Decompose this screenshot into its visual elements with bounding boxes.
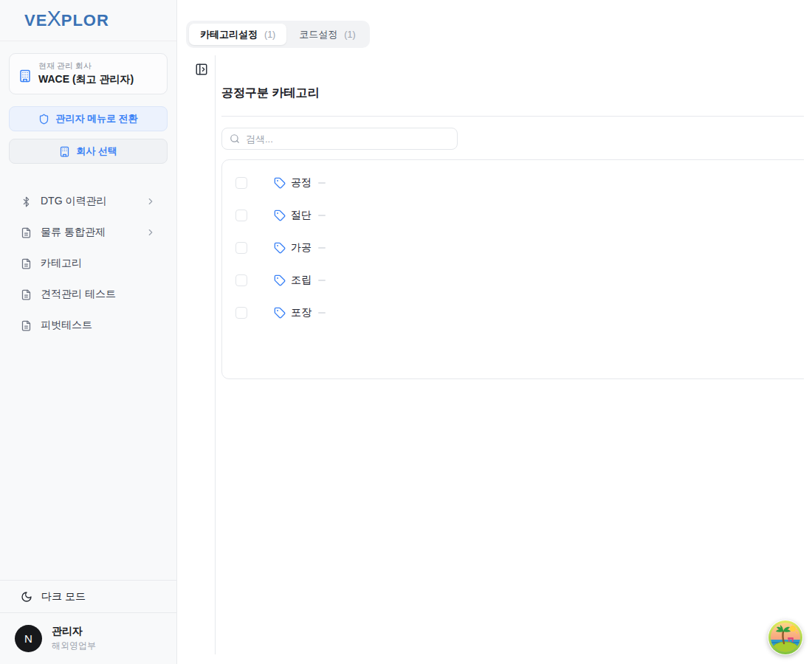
sidebar-item-label: DTG 이력관리 <box>41 195 106 208</box>
category-list-card: 공정 절단 가공 <box>221 159 804 379</box>
dash-indicator <box>318 215 326 216</box>
building-icon <box>59 146 70 157</box>
sidebar-item-category[interactable]: 카테고리 <box>0 248 176 279</box>
sidebar-item-quote-test[interactable]: 견적관리 테스트 <box>0 279 176 310</box>
checkbox[interactable] <box>235 177 247 189</box>
category-label: 가공 <box>291 241 312 255</box>
user-department: 해외영업부 <box>52 640 96 652</box>
dash-indicator <box>318 182 326 184</box>
shield-icon <box>38 114 49 125</box>
category-label: 조립 <box>291 274 312 287</box>
tag-icon <box>274 307 286 319</box>
file-icon <box>21 227 32 238</box>
moon-icon <box>21 591 32 603</box>
chevron-right-icon <box>145 227 156 238</box>
tab-count: (1) <box>264 30 275 40</box>
tab-category-settings[interactable]: 카테고리설정 (1) <box>189 24 286 45</box>
checkbox[interactable] <box>235 274 247 286</box>
dash-indicator <box>318 247 326 249</box>
vertical-divider <box>215 55 216 654</box>
vexplor-logo: VEXPLOR <box>24 8 109 32</box>
switch-admin-menu-button[interactable]: 관리자 메뉴로 전환 <box>9 106 168 131</box>
current-company-label: 현재 관리 회사 <box>38 60 134 72</box>
search-box <box>221 128 458 150</box>
sidebar-item-label: 견적관리 테스트 <box>41 288 116 301</box>
switch-admin-menu-label: 관리자 메뉴로 전환 <box>55 112 137 125</box>
company-select-label: 회사 선택 <box>76 145 117 158</box>
file-icon <box>21 320 32 331</box>
file-icon <box>21 289 32 300</box>
current-company-card: 현재 관리 회사 WACE (최고 관리자) <box>9 53 168 94</box>
logo-text: X <box>47 7 61 31</box>
logo-text: PLOR <box>61 11 109 30</box>
checkbox[interactable] <box>235 307 247 319</box>
tab-code-settings[interactable]: 코드설정 (1) <box>288 24 366 45</box>
company-select-button[interactable]: 회사 선택 <box>9 139 168 164</box>
tag-icon <box>274 274 286 286</box>
category-row[interactable]: 가공 <box>222 232 804 264</box>
category-label: 절단 <box>291 209 312 222</box>
sidebar-item-pivot-test[interactable]: 피벗테스트 <box>0 310 176 341</box>
dash-indicator <box>318 280 326 281</box>
palm-island-icon <box>768 620 803 655</box>
user-profile[interactable]: N 관리자 해외영업부 <box>0 613 176 664</box>
tab-bar: 카테고리설정 (1) 코드설정 (1) <box>186 21 370 48</box>
sidebar-item-label: 카테고리 <box>41 257 82 270</box>
sidebar-item-label: 물류 통합관제 <box>41 226 106 239</box>
user-name: 관리자 <box>52 625 96 638</box>
tab-count: (1) <box>344 30 355 40</box>
tag-icon <box>274 177 286 189</box>
tag-icon <box>274 242 286 254</box>
divider <box>221 116 804 117</box>
content-panel: 공정구분 카테고리 공정 <box>221 74 804 649</box>
page-title: 공정구분 카테고리 <box>221 84 804 101</box>
building-icon <box>18 69 32 86</box>
current-company-value: WACE (최고 관리자) <box>38 73 134 86</box>
island-badge-button[interactable] <box>768 620 803 655</box>
sidebar-item-label: 피벗테스트 <box>41 319 92 332</box>
sidebar: VEXPLOR 현재 관리 회사 WACE (최고 관리자) 관리자 메뉴로 전… <box>0 0 177 664</box>
tab-label: 카테고리설정 <box>200 28 258 41</box>
logo-text: V <box>24 11 36 30</box>
panel-toggle-icon[interactable] <box>195 63 208 76</box>
dash-indicator <box>318 312 326 314</box>
search-input[interactable] <box>246 134 450 145</box>
logo-row: VEXPLOR <box>0 0 176 41</box>
sidebar-menu: DTG 이력관리 물류 통합관제 카테고리 견적관리 테스트 <box>0 186 176 341</box>
category-row[interactable]: 포장 <box>222 297 804 329</box>
tag-icon <box>274 210 286 221</box>
category-row[interactable]: 조립 <box>222 264 804 297</box>
checkbox[interactable] <box>235 242 247 254</box>
category-label: 공정 <box>291 176 312 190</box>
category-row[interactable]: 절단 <box>222 199 804 232</box>
search-icon <box>230 134 240 144</box>
sidebar-item-dtg-history[interactable]: DTG 이력관리 <box>0 186 176 217</box>
bluetooth-icon <box>21 196 32 207</box>
checkbox[interactable] <box>235 210 247 221</box>
chevron-right-icon <box>145 196 156 207</box>
sidebar-item-logistics-control[interactable]: 물류 통합관제 <box>0 217 176 248</box>
dark-mode-label: 다크 모드 <box>41 590 86 604</box>
tab-label: 코드설정 <box>299 28 337 41</box>
file-icon <box>21 258 32 269</box>
avatar: N <box>15 625 42 652</box>
dark-mode-toggle[interactable]: 다크 모드 <box>0 580 176 613</box>
category-label: 포장 <box>291 306 312 319</box>
category-row[interactable]: 공정 <box>222 167 804 199</box>
main-area: 카테고리설정 (1) 코드설정 (1) 공정구분 카테고리 <box>177 0 812 664</box>
logo-text: E <box>36 11 48 30</box>
